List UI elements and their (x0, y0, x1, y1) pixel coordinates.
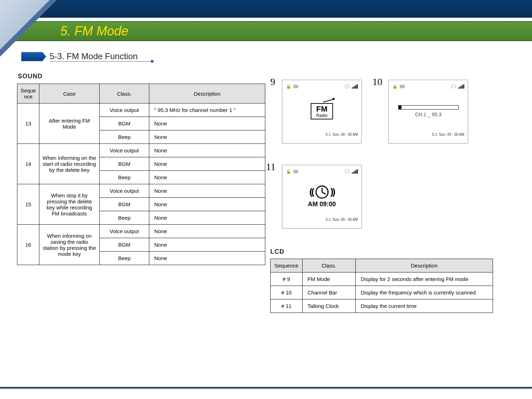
cell-class: Beep (100, 252, 149, 265)
col-description: Description (149, 84, 265, 103)
bottom-bar (0, 387, 532, 388)
col-class: Class. (303, 259, 356, 272)
ring-icon (345, 170, 350, 173)
subtitle-row: 5-3. FM Mode Function (21, 51, 152, 62)
fm-subtitle: Radio (316, 113, 328, 118)
cell-case: After entering FM Mode (39, 103, 100, 144)
cell-desc: None (149, 238, 265, 252)
camera-icon (293, 170, 298, 173)
lcd-shot-10: CH.1 _ 95.3 5.1. Sun. 09 : 00 AM (388, 80, 468, 144)
wave-right-icon: )) (331, 186, 334, 197)
lcd-shot-11: (( )) AM 09:00 5.1. Sun. 09 : 00 AM (282, 165, 362, 229)
signal-icon (458, 84, 464, 89)
col-sequence: Sequence (17, 84, 39, 103)
table-row: 16 When informing on saving the radio st… (17, 225, 265, 238)
lcd-main: FM Radio (286, 90, 358, 133)
svg-line-2 (322, 192, 326, 194)
cell-class: Beep (100, 171, 149, 184)
cell-desc: None (149, 198, 265, 211)
cell-class: Voice output (100, 103, 149, 117)
ring-icon (345, 85, 350, 88)
cell-desc: None (149, 157, 265, 171)
cell-class: Voice output (100, 144, 149, 157)
shot-label-10: 10 (372, 76, 382, 88)
cell-desc: None (149, 184, 265, 198)
channel-bar-fill (399, 106, 401, 109)
cell-class: Voice output (100, 225, 149, 238)
dot-icon (151, 60, 154, 63)
arrow-icon (21, 52, 46, 61)
table-row: 14 When informing on the start of radio … (17, 144, 265, 157)
channel-bar (398, 105, 459, 109)
cell-desc: None (149, 171, 265, 184)
signal-icon (352, 169, 358, 174)
signal-icon (352, 84, 358, 89)
cell-class: Channel Bar (303, 286, 356, 299)
cell-seq: # 11 (271, 299, 303, 313)
cell-desc: None (149, 130, 265, 144)
cell-seq: 15 (17, 184, 39, 225)
ring-icon (451, 85, 456, 88)
status-bar (286, 83, 358, 90)
lcd-main: (( )) AM 09:00 (286, 175, 358, 218)
lcd-main: CH.1 _ 95.3 (392, 90, 464, 133)
cell-seq: # 9 (271, 272, 303, 286)
col-class: Class. (100, 84, 149, 103)
cell-case: When informing on the start of radio rec… (39, 144, 100, 184)
cell-seq: 13 (17, 103, 39, 144)
subtitle: 5-3. FM Mode Function (50, 51, 152, 62)
cell-class: FM Mode (303, 272, 356, 286)
cell-desc: None (149, 117, 265, 130)
lcd-footer: 5.1. Sun. 09 : 00 AM (286, 133, 358, 136)
clock-face-icon (315, 185, 329, 199)
cell-class: BGM (100, 198, 149, 211)
clock-icon: (( )) (309, 185, 334, 199)
cell-class: Beep (100, 130, 149, 144)
table-row: # 11 Talking Clock Display the current t… (271, 299, 493, 313)
table-header-row: Sequence Class. Description (271, 259, 493, 272)
clock-time: AM 09:00 (308, 201, 336, 208)
cell-desc: Display the current time (356, 299, 493, 313)
top-bar (0, 0, 532, 18)
fm-box: FM Radio (311, 103, 333, 119)
section-label-lcd: LCD (270, 248, 284, 255)
lock-icon (392, 84, 398, 89)
lcd-footer: 5.1. Sun. 09 : 00 AM (286, 218, 358, 221)
title-band: 5. FM Mode (0, 21, 532, 41)
cell-desc: " 95.3 MHz for channel number 1 " (149, 103, 265, 117)
cell-class: BGM (100, 117, 149, 130)
table-row: 13 After entering FM Mode Voice output "… (17, 103, 265, 117)
sound-table: Sequence Case Class. Description 13 Afte… (17, 84, 265, 265)
channel-label: CH.1 _ 95.3 (415, 112, 442, 117)
table-row: # 10 Channel Bar Display the frequency w… (271, 286, 493, 299)
cell-case: When informing on saving the radio stati… (39, 225, 100, 265)
col-case: Case (39, 84, 100, 103)
fm-title: FM (316, 105, 328, 113)
cell-class: BGM (100, 157, 149, 171)
antenna-icon (323, 99, 335, 106)
subtitle-text: 5-3. FM Mode Function (50, 51, 138, 61)
lcd-footer: 5.1. Sun. 09 : 00 AM (392, 133, 464, 136)
cell-desc: None (149, 252, 265, 265)
cell-seq: 14 (17, 144, 39, 184)
status-bar (286, 168, 358, 175)
camera-icon (293, 85, 298, 88)
cell-class: Beep (100, 211, 149, 225)
cell-class: Talking Clock (303, 299, 356, 313)
shot-label-11: 11 (266, 161, 276, 173)
cell-desc: None (149, 211, 265, 225)
section-label-sound: SOUND (18, 73, 43, 80)
camera-icon (400, 85, 405, 88)
cell-desc: None (149, 144, 265, 157)
cell-class: BGM (100, 238, 149, 252)
page-title: 5. FM Mode (60, 24, 128, 39)
cell-seq: # 10 (271, 286, 303, 299)
lcd-table: Sequence Class. Description # 9 FM Mode … (270, 259, 493, 313)
lock-icon (286, 169, 291, 174)
cell-seq: 16 (17, 225, 39, 265)
wave-left-icon: (( (309, 186, 313, 197)
cell-desc: Display for 2 seconds after entering FM … (356, 272, 493, 286)
cell-desc: None (149, 225, 265, 238)
lock-icon (286, 84, 291, 89)
cell-case: When stop it by pressing the delete key … (39, 184, 100, 225)
